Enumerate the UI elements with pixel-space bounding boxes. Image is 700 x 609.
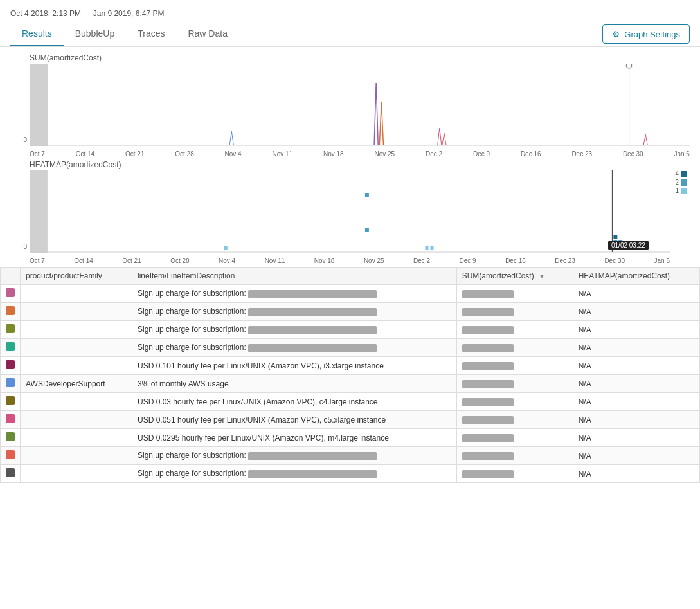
legend-item-4: 4 xyxy=(672,170,687,177)
heatmap-svg xyxy=(30,170,670,254)
heatmap-cell: N/A xyxy=(573,303,699,321)
sum-redacted-block xyxy=(462,398,514,406)
sum-cell xyxy=(456,411,573,429)
tab-traces[interactable]: Traces xyxy=(126,22,176,46)
tab-bubbleup[interactable]: BubbleUp xyxy=(64,22,127,46)
table-header-row: product/productFamily lineItem/LineItemD… xyxy=(1,268,700,285)
color-swatch xyxy=(6,306,15,315)
heatmap-wrapper: 0 xyxy=(10,170,690,264)
swatch-cell xyxy=(1,285,21,303)
color-swatch xyxy=(6,288,15,297)
col-lineitem-header[interactable]: lineItem/LineItemDescription xyxy=(132,268,457,285)
line-chart-x-axis: Oct 7 Oct 14 Oct 21 Oct 28 Nov 4 Nov 11 … xyxy=(30,150,690,158)
header: Oct 4 2018, 2:13 PM — Jan 9 2019, 6:47 P… xyxy=(0,0,700,47)
heatmap-y-axis: 0 xyxy=(10,170,30,264)
swatch-cell xyxy=(1,303,21,321)
charts-area: SUM(amortizedCost) 0 xyxy=(0,47,700,264)
sum-cell xyxy=(456,321,573,339)
table-row[interactable]: Sign up charge for subscription: N/A xyxy=(1,321,700,339)
swatch-cell xyxy=(1,465,21,483)
line-item-cell: USD 0.0295 hourly fee per Linux/UNIX (Am… xyxy=(132,429,457,447)
svg-rect-9 xyxy=(365,193,369,197)
data-table: product/productFamily lineItem/LineItemD… xyxy=(0,267,700,483)
col-heatmap-header[interactable]: HEATMAP(amortizedCost) xyxy=(573,268,699,285)
data-table-section: product/productFamily lineItem/LineItemD… xyxy=(0,267,700,483)
sum-redacted-block xyxy=(462,380,514,388)
heatmap-cell: N/A xyxy=(573,375,699,393)
tab-results[interactable]: Results xyxy=(10,22,64,46)
col-sum-header[interactable]: SUM(amortizedCost) ▼ xyxy=(456,268,573,285)
product-family-cell xyxy=(21,411,132,429)
line-item-cell: USD 0.101 hourly fee per Linux/UNIX (Ama… xyxy=(132,357,457,375)
sum-redacted-block xyxy=(462,434,514,442)
swatch-cell xyxy=(1,357,21,375)
table-body: Sign up charge for subscription: N/ASign… xyxy=(1,285,700,483)
color-swatch xyxy=(6,324,15,333)
swatch-cell xyxy=(1,321,21,339)
legend-box-1 xyxy=(681,188,687,194)
table-row[interactable]: Sign up charge for subscription: N/A xyxy=(1,447,700,465)
product-family-cell xyxy=(21,393,132,411)
swatch-cell xyxy=(1,393,21,411)
product-family-cell xyxy=(21,339,132,357)
line-chart-section: SUM(amortizedCost) 0 xyxy=(10,53,690,158)
svg-rect-6 xyxy=(30,170,48,253)
sum-redacted-block xyxy=(462,470,514,478)
sum-cell xyxy=(456,339,573,357)
table-row[interactable]: USD 0.0295 hourly fee per Linux/UNIX (Am… xyxy=(1,429,700,447)
product-family-cell xyxy=(21,465,132,483)
swatch-cell xyxy=(1,339,21,357)
line-item-cell: USD 0.03 hourly fee per Linux/UNIX (Amaz… xyxy=(132,393,457,411)
svg-rect-10 xyxy=(365,228,369,232)
heatmap-cell: N/A xyxy=(573,411,699,429)
legend-item-1: 1 xyxy=(672,187,687,194)
svg-rect-12 xyxy=(426,246,429,250)
sum-cell xyxy=(456,465,573,483)
color-swatch xyxy=(6,342,15,351)
redacted-block xyxy=(248,470,377,478)
table-row[interactable]: AWSDeveloperSupport3% of monthly AWS usa… xyxy=(1,375,700,393)
color-swatch xyxy=(6,396,15,405)
sum-cell xyxy=(456,375,573,393)
heatmap-cell: N/A xyxy=(573,465,699,483)
heatmap-area: 01/02 03:22 Oct 7 Oct 14 Oct 21 Oct 28 N… xyxy=(30,170,670,264)
sum-redacted-block xyxy=(462,362,514,370)
tab-rawdata[interactable]: Raw Data xyxy=(176,22,238,46)
product-family-cell: AWSDeveloperSupport xyxy=(21,375,132,393)
svg-rect-14 xyxy=(613,235,617,239)
legend-item-2: 2 xyxy=(672,179,687,186)
graph-settings-button[interactable]: ⚙ Graph Settings xyxy=(602,24,690,44)
swatch-cell xyxy=(1,375,21,393)
col-swatch-header xyxy=(1,268,21,285)
table-row[interactable]: USD 0.03 hourly fee per Linux/UNIX (Amaz… xyxy=(1,393,700,411)
table-row[interactable]: Sign up charge for subscription: N/A xyxy=(1,465,700,483)
color-swatch xyxy=(6,468,15,477)
sort-icon: ▼ xyxy=(539,273,545,280)
line-item-cell: 3% of monthly AWS usage xyxy=(132,375,457,393)
redacted-block xyxy=(248,452,377,460)
sum-cell xyxy=(456,393,573,411)
color-swatch xyxy=(6,450,15,459)
heatmap-cell: N/A xyxy=(573,339,699,357)
sum-redacted-block xyxy=(462,452,514,460)
sum-cell xyxy=(456,285,573,303)
table-row[interactable]: USD 0.101 hourly fee per Linux/UNIX (Ama… xyxy=(1,357,700,375)
table-row[interactable]: Sign up charge for subscription: N/A xyxy=(1,285,700,303)
tabs-left: Results BubbleUp Traces Raw Data xyxy=(10,22,239,46)
heatmap-label: HEATMAP(amortizedCost) xyxy=(30,160,690,169)
heatmap-section: HEATMAP(amortizedCost) 0 xyxy=(10,160,690,264)
table-header: product/productFamily lineItem/LineItemD… xyxy=(1,268,700,285)
redacted-block xyxy=(248,308,377,316)
redacted-block xyxy=(248,326,377,334)
table-row[interactable]: USD 0.051 hourly fee per Linux/UNIX (Ama… xyxy=(1,411,700,429)
line-item-cell: Sign up charge for subscription: xyxy=(132,339,457,357)
table-row[interactable]: Sign up charge for subscription: N/A xyxy=(1,339,700,357)
line-chart-area: Oct 7 Oct 14 Oct 21 Oct 28 Nov 4 Nov 11 … xyxy=(30,64,690,158)
product-family-cell xyxy=(21,447,132,465)
table-row[interactable]: Sign up charge for subscription: N/A xyxy=(1,303,700,321)
heatmap-tooltip: 01/02 03:22 xyxy=(608,241,649,250)
col-productfamily-header[interactable]: product/productFamily xyxy=(21,268,132,285)
line-item-cell: USD 0.051 hourly fee per Linux/UNIX (Ama… xyxy=(132,411,457,429)
color-swatch xyxy=(6,360,15,369)
heatmap-cell: N/A xyxy=(573,447,699,465)
